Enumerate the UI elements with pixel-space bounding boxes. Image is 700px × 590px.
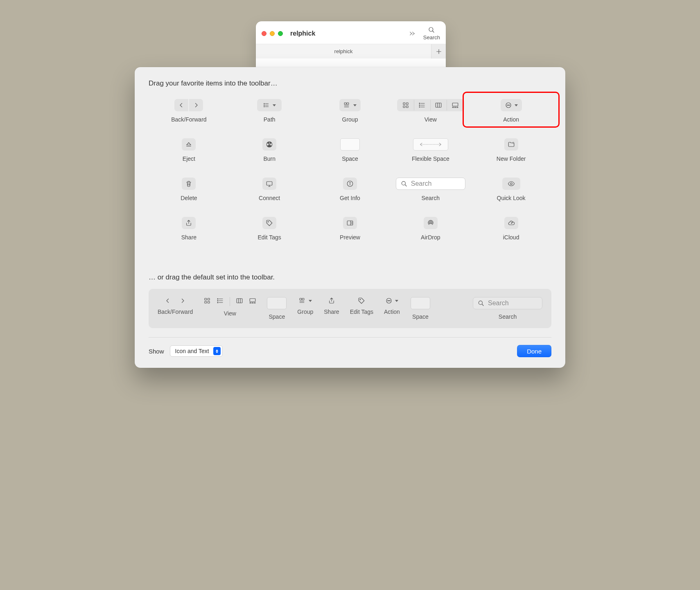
grid-group-icon	[299, 297, 306, 304]
svg-rect-36	[208, 298, 210, 300]
item-get-info[interactable]: Get Info	[310, 178, 391, 201]
item-back-forward[interactable]: Back/Forward	[149, 99, 229, 123]
svg-point-27	[350, 182, 350, 183]
item-action[interactable]: Action	[471, 99, 551, 123]
list-icon	[263, 101, 270, 109]
grid-group-icon	[343, 101, 351, 109]
svg-point-11	[419, 105, 420, 106]
item-label: Search	[422, 195, 440, 201]
item-new-folder[interactable]: New Folder	[471, 138, 551, 162]
ds-space-1[interactable]: Space	[267, 297, 287, 320]
ds-label: Search	[499, 313, 517, 320]
svg-rect-7	[406, 103, 409, 105]
sheet-heading-2: … or drag the default set into the toolb…	[149, 273, 551, 281]
svg-rect-35	[205, 298, 207, 300]
done-button[interactable]: Done	[517, 345, 551, 357]
svg-rect-48	[302, 298, 304, 300]
svg-rect-37	[205, 302, 207, 304]
item-label: New Folder	[497, 155, 526, 162]
item-label: Path	[264, 116, 275, 123]
item-burn[interactable]: Burn	[229, 138, 310, 162]
window-title: relphick	[290, 30, 315, 37]
svg-rect-17	[457, 107, 458, 108]
item-label: Connect	[259, 195, 280, 201]
svg-rect-6	[403, 103, 405, 105]
share-icon	[328, 297, 335, 304]
share-icon	[185, 219, 192, 227]
svg-point-20	[508, 105, 509, 106]
done-label: Done	[527, 348, 542, 355]
item-label: Flexible Space	[412, 155, 449, 162]
item-label: Action	[503, 116, 519, 123]
item-space[interactable]: Space	[310, 138, 391, 162]
ds-action[interactable]: Action	[384, 297, 400, 315]
info-icon	[346, 180, 354, 187]
item-icloud[interactable]: iCloud	[471, 217, 551, 241]
svg-rect-14	[452, 103, 458, 106]
svg-point-49	[360, 299, 361, 300]
new-tab-button[interactable]	[431, 44, 446, 59]
divider	[149, 337, 551, 338]
double-arrow-icon	[420, 142, 442, 147]
item-search[interactable]: Search Search	[390, 178, 471, 201]
show-value: Icon and Text	[175, 348, 209, 354]
search-icon[interactable]	[428, 26, 435, 34]
item-label: iCloud	[503, 234, 519, 241]
item-flexible-space[interactable]: Flexible Space	[390, 138, 471, 162]
item-label: Back/Forward	[171, 116, 206, 123]
show-select[interactable]: Icon and Text	[170, 345, 223, 357]
window-controls[interactable]	[262, 31, 283, 36]
item-path[interactable]: Path	[229, 99, 310, 123]
view-icon-gallery	[447, 100, 463, 110]
zoom-window-button[interactable]	[278, 31, 283, 36]
svg-rect-47	[300, 298, 302, 300]
close-window-button[interactable]	[262, 31, 266, 36]
item-delete[interactable]: Delete	[149, 178, 229, 201]
tab-relphick[interactable]: relphick	[256, 44, 431, 59]
ds-share[interactable]: Share	[324, 297, 339, 315]
svg-point-21	[509, 105, 510, 106]
svg-rect-43	[250, 299, 256, 302]
item-airdrop[interactable]: AirDrop	[390, 217, 471, 241]
ds-edit-tags[interactable]: Edit Tags	[350, 297, 373, 315]
item-quick-look[interactable]: Quick Look	[471, 178, 551, 201]
new-folder-icon	[508, 141, 515, 148]
eye-icon	[508, 180, 515, 187]
overflow-icon[interactable]	[409, 30, 416, 37]
ds-search[interactable]: Search Search	[473, 297, 542, 320]
minimize-window-button[interactable]	[270, 31, 275, 36]
search-placeholder: Search	[488, 300, 509, 307]
item-label: Delete	[181, 195, 197, 201]
eject-icon	[185, 141, 192, 148]
svg-rect-5	[347, 103, 349, 105]
svg-point-18	[506, 103, 511, 108]
item-eject[interactable]: Eject	[149, 138, 229, 162]
item-view[interactable]: View	[390, 99, 471, 123]
svg-point-33	[512, 222, 513, 223]
ds-label: Action	[384, 309, 400, 315]
sheet-heading: Drag your favorite items into the toolba…	[149, 79, 551, 88]
ds-space-2[interactable]: Space	[411, 297, 430, 320]
ds-group[interactable]: Group	[297, 297, 313, 315]
svg-rect-15	[452, 107, 454, 108]
default-set[interactable]: Back/Forward View Space	[149, 289, 551, 328]
svg-point-41	[217, 302, 218, 303]
item-connect[interactable]: Connect	[229, 178, 310, 201]
svg-rect-45	[252, 303, 253, 304]
customize-toolbar-sheet: Drag your favorite items into the toolba…	[135, 67, 565, 368]
item-group[interactable]: Group	[310, 99, 391, 123]
item-edit-tags[interactable]: Edit Tags	[229, 217, 310, 241]
ds-view[interactable]: View	[203, 297, 256, 317]
ds-label: Space	[412, 313, 429, 320]
item-preview[interactable]: Preview	[310, 217, 391, 241]
svg-rect-38	[208, 302, 210, 304]
item-share[interactable]: Share	[149, 217, 229, 241]
trash-icon	[185, 180, 192, 187]
ds-label: Back/Forward	[158, 309, 193, 315]
display-icon	[266, 180, 273, 187]
ds-back-forward[interactable]: Back/Forward	[158, 297, 193, 315]
stepper-icon	[213, 347, 221, 355]
item-label: Quick Look	[497, 195, 526, 201]
item-label: Share	[181, 234, 196, 241]
cloud-icon	[508, 219, 515, 227]
